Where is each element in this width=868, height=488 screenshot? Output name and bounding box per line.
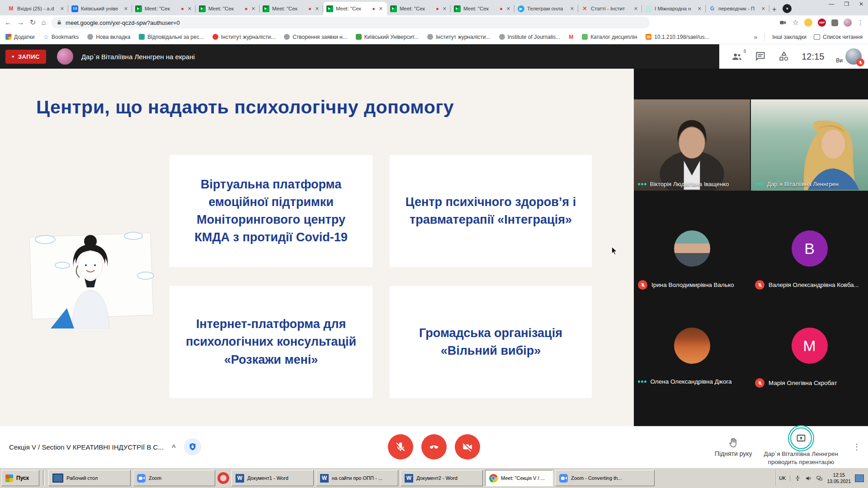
close-button[interactable]: ✕ <box>857 0 865 8</box>
meeting-title[interactable]: Секція V / Section V КРЕАТИВНІ ІНДУСТРІЇ… <box>9 443 164 451</box>
participant-name-badge: Марія Олегівна Скробат <box>755 378 837 388</box>
camera-toggle-button[interactable] <box>455 434 480 460</box>
presenting-status[interactable]: Дар`я Віталіївна Леннгрен проводить през… <box>764 427 838 466</box>
more-options-icon[interactable]: ⋮ <box>850 442 863 452</box>
bookmark-item[interactable]: m10.1.210.198/sael/us... <box>646 34 709 40</box>
bookmarks-overflow-icon[interactable]: » <box>754 33 757 41</box>
recording-indicator[interactable]: ● ЗАПИС <box>5 50 46 64</box>
slide-title: Центри, що надають психологічну допомогу <box>36 97 601 118</box>
tab-meet-5[interactable]: Meet: "Сек ● ✕ <box>387 2 451 15</box>
desktop-icon <box>52 474 63 483</box>
tab-joomla[interactable]: ✕ Статті - Інстит ✕ <box>578 2 642 15</box>
show-desktop-button[interactable] <box>855 474 864 482</box>
bookmark-item[interactable]: Інститут журналісти... <box>212 34 276 40</box>
reading-list-button[interactable]: Список читання <box>814 34 863 40</box>
bookmark-apps[interactable]: Додатки <box>5 34 35 40</box>
reload-icon[interactable]: ↻ <box>30 19 36 26</box>
participant-tile[interactable] <box>634 328 750 364</box>
tab-meet-2[interactable]: Meet: "Сек ● ✕ <box>196 2 259 15</box>
language-indicator[interactable]: UK <box>779 475 790 481</box>
self-view[interactable]: Ви <box>836 48 862 65</box>
tab-close-icon[interactable]: ✕ <box>187 5 193 12</box>
tray-clock[interactable]: 12:15 13.05.2021 <box>827 472 851 484</box>
chrome-icon <box>489 474 498 483</box>
participant-initial-avatar: В <box>792 230 828 267</box>
chat-button[interactable] <box>755 51 766 62</box>
mic-toggle-button[interactable] <box>388 434 413 460</box>
back-icon[interactable]: ← <box>5 19 12 26</box>
tab-gmail[interactable]: M Вхідні (25) - a.d ✕ <box>5 2 68 15</box>
tab-close-icon[interactable]: ✕ <box>633 5 639 12</box>
start-button[interactable]: Пуск <box>1 470 39 486</box>
new-tab-button[interactable]: + <box>772 5 776 14</box>
participant-tile[interactable]: М <box>751 328 868 364</box>
activities-icon <box>778 51 790 62</box>
bottom-right-controls: Підняти руку Дар`я Віталіївна Леннгрен п… <box>715 426 863 468</box>
tab-close-icon[interactable]: ✕ <box>123 5 129 12</box>
tab-close-icon[interactable]: ✕ <box>505 5 511 12</box>
bookmark-folder[interactable]: ☆Bookmarks <box>43 33 79 41</box>
bookmark-item[interactable]: Institute of Journalis... <box>499 34 561 40</box>
tab-meet-3[interactable]: Meet: "Сек ● ✕ <box>259 2 323 15</box>
tab-close-icon[interactable]: ✕ <box>378 5 384 12</box>
joomla-icon: ✕ <box>581 5 588 12</box>
hang-up-button[interactable] <box>421 434 447 460</box>
video-tile[interactable]: Вікторія Людвігівна Іващенко <box>634 99 750 191</box>
profile-avatar[interactable] <box>844 19 852 27</box>
tab-close-icon[interactable]: ✕ <box>59 5 65 12</box>
extensions-puzzle-icon[interactable] <box>831 19 838 26</box>
participants-button[interactable]: 8 <box>731 51 743 62</box>
other-bookmarks-button[interactable]: Інші закладки <box>772 34 807 40</box>
opera-icon[interactable] <box>217 472 229 484</box>
participant-photo-avatar <box>674 230 710 267</box>
participant-tile[interactable] <box>634 230 750 267</box>
tab-close-icon[interactable]: ✕ <box>697 5 703 12</box>
bookmark-item[interactable]: Каталог дисциплін <box>582 34 637 40</box>
taskbar-item-zoom[interactable]: Zoom <box>133 470 215 486</box>
taskbar-item-meet-active[interactable]: Meet: "Секція V / ... <box>485 470 553 486</box>
adblock-icon[interactable]: ABP <box>818 19 826 27</box>
tab-meet-1[interactable]: Meet: "Сек ● ✕ <box>132 2 196 15</box>
taskbar-item-zoom-converting[interactable]: Zoom - Converting th... <box>555 470 655 486</box>
bookmark-item[interactable]: Інститут журналісти... <box>427 34 491 40</box>
browser-menu-icon[interactable]: ⋮ <box>857 19 863 26</box>
taskbar-item-word3[interactable]: W Документ2 - Word <box>401 470 483 486</box>
address-bar[interactable]: meet.google.com/yxr-qczd-spw?authuser=0 <box>51 17 650 28</box>
taskbar-item-word2[interactable]: W на сайти про ОПП - ... <box>316 470 398 486</box>
tab-close-icon[interactable]: ✕ <box>569 5 575 12</box>
tab-meet-6[interactable]: Meet: "Сек ● ✕ <box>451 2 514 15</box>
extension-icon[interactable] <box>804 19 812 27</box>
raise-hand-button[interactable]: Підняти руку <box>715 437 752 457</box>
tab-search-dropdown[interactable]: ▾ <box>783 4 792 13</box>
minimize-button[interactable]: — <box>827 0 836 8</box>
volume-icon[interactable] <box>805 475 812 482</box>
activities-button[interactable] <box>778 51 790 62</box>
video-tile[interactable]: Дар`я Віталіївна Леннгрен <box>751 99 868 191</box>
tab-calendar[interactable]: 13 Київський уніве ✕ <box>68 2 132 15</box>
tab-close-icon[interactable]: ✕ <box>314 5 320 12</box>
camera-in-use-icon[interactable] <box>779 19 787 27</box>
tab-close-icon[interactable]: ✕ <box>442 5 448 12</box>
tab-translator[interactable]: G переводчик - П ✕ <box>706 2 769 15</box>
bookmark-item[interactable]: Київський Університ... <box>356 34 419 40</box>
restore-button[interactable]: ❐ <box>842 0 851 8</box>
bookmark-item[interactable]: Створення заявки н... <box>284 34 347 40</box>
tab-meet-active[interactable]: Meet: "Сек ● ✕ <box>323 2 387 15</box>
taskbar-item-word1[interactable]: W Документ1 - Word <box>231 470 314 486</box>
bookmark-item[interactable]: Відповідальні за рес... <box>139 34 203 40</box>
bookmark-newtab[interactable]: Нова вкладка <box>87 34 130 40</box>
forward-icon[interactable]: → <box>17 19 24 26</box>
tab-telegram[interactable]: Телеграм онла ✕ <box>514 2 578 15</box>
usb-icon[interactable] <box>794 475 801 482</box>
tab-close-icon[interactable]: ✕ <box>250 5 256 12</box>
network-icon[interactable] <box>816 475 823 482</box>
tab-conference[interactable]: І Міжнародна н ✕ <box>642 2 706 15</box>
taskbar-item-desktop[interactable]: Рабочий стол <box>48 470 131 486</box>
participant-tile[interactable]: В <box>751 230 868 267</box>
chevron-up-icon[interactable]: ^ <box>172 443 176 451</box>
bookmark-gmail[interactable]: M <box>569 34 573 40</box>
home-icon[interactable]: ⌂ <box>41 19 46 26</box>
bookmark-star-icon[interactable]: ☆ <box>793 19 799 26</box>
meeting-safety-button[interactable] <box>184 438 201 455</box>
tab-close-icon[interactable]: ✕ <box>760 5 766 12</box>
